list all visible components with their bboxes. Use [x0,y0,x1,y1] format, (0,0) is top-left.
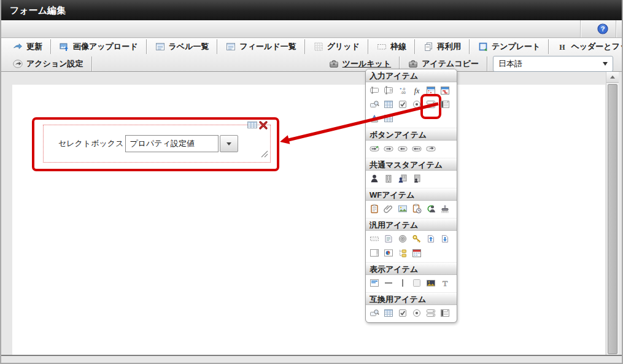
language-select[interactable]: 日本語 [493,56,613,72]
item-delete-button[interactable] [258,120,268,133]
resize-handle[interactable] [261,149,268,160]
btn-forward-icon[interactable] [384,144,393,153]
select-box-form-item[interactable]: セレクトボックス [43,125,271,163]
grid-table-icon[interactable] [384,99,393,109]
divider [548,39,549,54]
field-list-button[interactable]: フィールド一覧 [219,39,303,54]
grid-table-icon[interactable] [384,114,393,123]
picture-icon[interactable] [426,278,436,288]
user-select-icon[interactable] [398,174,408,184]
attachment-icon[interactable] [384,204,393,214]
chart-icon[interactable] [384,248,393,258]
organization-icon[interactable] [384,174,393,184]
border-button[interactable]: 枠線 [370,39,413,54]
org-select-icon[interactable] [412,174,422,184]
question-icon [597,23,608,34]
vertical-scrollbar[interactable] [606,72,619,355]
checkbox-icon[interactable] [398,308,408,318]
list-icon [155,42,165,52]
btn-back-icon[interactable] [398,144,408,153]
scrollbar-thumb[interactable] [608,84,617,354]
calendar-period-icon[interactable] [440,85,450,95]
key-icon[interactable] [412,234,422,244]
select-box-label: セレクトボックス [58,138,123,149]
button-label: アクション設定 [26,58,83,69]
clipboard-icon[interactable] [370,204,379,214]
list-box-icon[interactable] [440,308,450,318]
divider [580,20,581,37]
header-footer-button[interactable]: ヘッダーとフッター [551,39,623,54]
sub-bar [1,20,622,38]
lookup-icon[interactable] [370,99,379,109]
btn-transfer-icon[interactable] [426,144,436,153]
scrollbar-up-button[interactable] [606,72,619,83]
text-block-icon[interactable] [370,278,379,288]
select-box-icon[interactable] [426,308,436,318]
radio-icon[interactable] [412,308,422,318]
delete-x-icon [258,120,268,130]
resize-grip-icon [261,150,268,158]
toolkit-section-title: 表示アイテム [366,262,457,275]
item-grid-button[interactable] [247,120,258,133]
checkbox-icon[interactable] [398,99,408,109]
stamp-up-icon[interactable] [370,114,379,123]
file-upload-icon[interactable] [426,234,436,244]
number-icon[interactable] [398,85,408,95]
text-area-icon[interactable] [384,85,393,95]
page-title: フォーム編集 [10,5,66,15]
divider [469,39,470,54]
rich-text-icon[interactable] [384,234,393,244]
route-user-icon[interactable] [426,204,436,214]
letter-h-icon [557,42,567,52]
button-label: 再利用 [437,41,461,52]
divider [487,56,488,71]
grid-table-icon[interactable] [384,308,393,318]
button-label: グリッド [327,41,360,52]
image-upload-button[interactable]: 画像アップロード [53,39,145,54]
divider [217,39,218,54]
template-button[interactable]: テンプレート [471,39,548,54]
toolkit-icon-row [366,171,457,188]
text-field-icon[interactable] [370,85,379,95]
label-list-button[interactable]: ラベル一覧 [149,39,216,54]
toolkit-icon-row [366,82,457,128]
lookup-icon[interactable] [370,308,379,318]
text-t-icon[interactable] [440,278,450,288]
blank-box-icon[interactable] [412,278,422,288]
list-box-icon[interactable] [440,99,450,109]
action-settings-button[interactable]: アクション設定 [6,56,90,71]
update-button[interactable]: 更新 [6,39,49,54]
split-panel-icon[interactable] [370,248,379,258]
radio-icon[interactable] [412,99,422,109]
update-arrow-icon [13,42,23,52]
calendar-icon[interactable] [426,85,436,95]
function-icon[interactable] [412,85,422,95]
reuse-button[interactable]: 再利用 [417,39,468,54]
btn-back-dot-icon[interactable] [412,144,422,153]
hidden-field-icon[interactable] [370,234,379,244]
button-label: アイテムコピー [422,58,479,69]
btn-forward-check-icon[interactable] [370,144,379,153]
stamp-icon[interactable] [440,204,450,214]
form-canvas-page[interactable]: セレクトボックス [12,85,605,355]
schedule-icon[interactable] [412,248,422,258]
caret-up-icon [610,76,615,79]
toolkit-icon-row [366,201,457,218]
coin-icon[interactable] [398,234,408,244]
horizontal-line-icon[interactable] [384,278,393,288]
select-box-dropdown-button[interactable] [220,135,238,152]
select-box-value-input[interactable] [125,135,219,152]
file-download-icon[interactable] [440,234,450,244]
button-label: 画像アップロード [73,41,138,52]
grid-button[interactable]: グリッド [307,39,366,54]
select-box-icon[interactable] [426,99,436,109]
history-icon[interactable] [412,204,422,214]
form-canvas-area: セレクトボックス [1,72,622,356]
annotation-highlight-box: セレクトボックス [32,117,279,171]
image-icon[interactable] [398,204,408,214]
help-button[interactable] [597,23,608,34]
folder-tree-icon[interactable] [398,248,408,258]
button-label: ツールキット [342,58,392,69]
vertical-line-icon[interactable] [398,278,408,288]
user-icon[interactable] [370,174,379,184]
